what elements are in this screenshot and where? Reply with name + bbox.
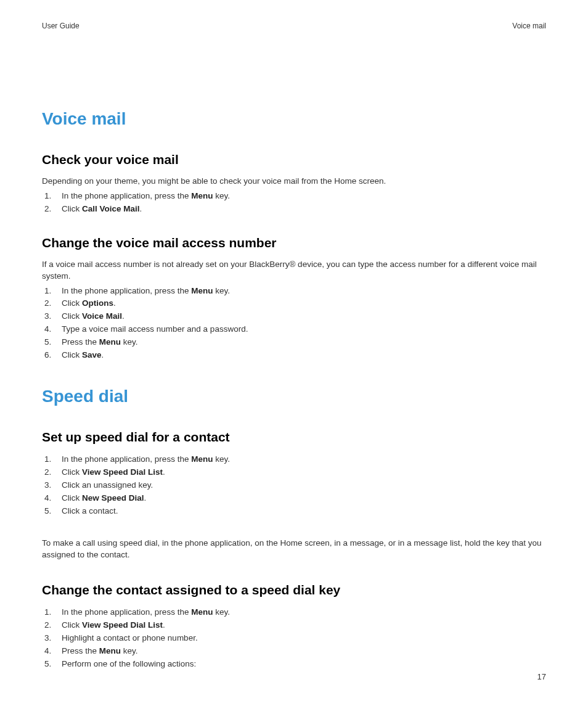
subsection-title: Change the contact assigned to a speed d… bbox=[42, 583, 546, 597]
page-header: User Guide Voice mail bbox=[42, 22, 546, 30]
step-item: Click Voice Mail. bbox=[42, 310, 546, 323]
step-item: In the phone application, press the Menu… bbox=[42, 190, 546, 203]
step-item: In the phone application, press the Menu… bbox=[42, 285, 546, 298]
intro-paragraph: Depending on your theme, you might be ab… bbox=[42, 176, 546, 187]
after-paragraph: To make a call using speed dial, in the … bbox=[42, 538, 546, 561]
step-list: In the phone application, press the Menu… bbox=[42, 606, 546, 671]
page-content: Voice mailCheck your voice mailDepending… bbox=[42, 109, 546, 671]
step-item: Click Save. bbox=[42, 349, 546, 362]
intro-paragraph: If a voice mail access number is not alr… bbox=[42, 259, 546, 282]
header-left: User Guide bbox=[42, 22, 80, 30]
header-right: Voice mail bbox=[512, 22, 546, 30]
step-item: In the phone application, press the Menu… bbox=[42, 606, 546, 619]
section-title: Voice mail bbox=[42, 109, 546, 129]
step-item: Perform one of the following actions: bbox=[42, 658, 546, 671]
step-item: Click an unassigned key. bbox=[42, 479, 546, 492]
step-list: In the phone application, press the Menu… bbox=[42, 453, 546, 518]
step-item: In the phone application, press the Menu… bbox=[42, 453, 546, 466]
step-list: In the phone application, press the Menu… bbox=[42, 285, 546, 363]
step-item: Click View Speed Dial List. bbox=[42, 619, 546, 632]
section-title: Speed dial bbox=[42, 387, 546, 406]
step-item: Type a voice mail access number and a pa… bbox=[42, 323, 546, 336]
subsection-title: Check your voice mail bbox=[42, 152, 546, 167]
step-item: Press the Menu key. bbox=[42, 645, 546, 658]
subsection-title: Set up speed dial for a contact bbox=[42, 430, 546, 445]
step-item: Press the Menu key. bbox=[42, 336, 546, 349]
step-item: Highlight a contact or phone number. bbox=[42, 632, 546, 645]
page-number: 17 bbox=[537, 672, 546, 681]
step-item: Click View Speed Dial List. bbox=[42, 466, 546, 479]
step-item: Click Options. bbox=[42, 297, 546, 310]
step-item: Click New Speed Dial. bbox=[42, 492, 546, 505]
subsection-title: Change the voice mail access number bbox=[42, 236, 546, 250]
step-item: Click a contact. bbox=[42, 505, 546, 518]
step-item: Click Call Voice Mail. bbox=[42, 203, 546, 216]
step-list: In the phone application, press the Menu… bbox=[42, 190, 546, 216]
